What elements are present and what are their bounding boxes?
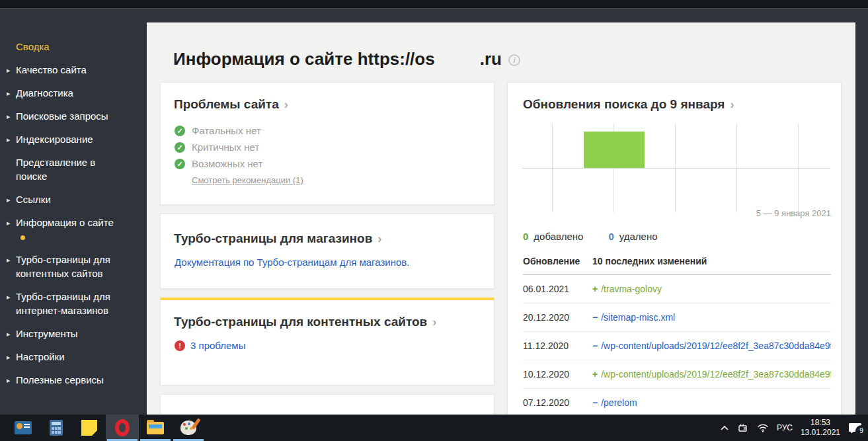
sidebar-item-site-info[interactable]: ▸Информация о сайте [0, 216, 120, 243]
row-change-link[interactable]: +/wp-content/uploads/2019/12/ee8f2f_3ea8… [592, 369, 831, 380]
sidebar-item-settings[interactable]: ▸Настройки [0, 350, 120, 364]
card-title-text: Турбо-страницы для магазинов [174, 231, 372, 245]
status-label: Критичных нет [192, 141, 259, 153]
row-path: /wp-content/uploads/2019/12/ee8f2f_3ea87… [601, 369, 831, 380]
status-possible: ✓Возможных нет [175, 155, 262, 172]
added-label: добавлено [533, 231, 583, 242]
sidebar-item-label: Турбо-страницы для интернет-магазинов [16, 291, 110, 316]
table-row: 20.12.2020 −/sitemap-misc.xml [523, 303, 831, 332]
row-change-link[interactable]: −/sitemap-misc.xml [592, 312, 675, 323]
language-indicator[interactable]: РУС [777, 423, 793, 432]
table-row: 07.12.2020 −/perelom [523, 389, 831, 415]
turbo-content-card: Турбо-страницы для контентных сайтов› ! … [160, 298, 494, 385]
check-circle-icon: ✓ [175, 142, 185, 153]
minus-icon: − [592, 341, 598, 351]
sidebar-item-links[interactable]: ▸Ссылки [0, 192, 120, 206]
chevron-right-icon: › [432, 315, 436, 329]
row-change-link[interactable]: +/travma-golovy [592, 284, 662, 294]
taskbar: РУС 18:53 13.01.2021 9 [0, 415, 868, 441]
table-row: 10.12.2020 +/wp-content/uploads/2019/12/… [523, 360, 831, 389]
sidebar-item-search-appearance[interactable]: Представление в поиске [0, 155, 120, 183]
chart-baseline [522, 168, 830, 169]
sidebar-item-turbo-shops[interactable]: ▸Турбо-страницы для интернет-магазинов [0, 290, 120, 317]
turbo-problems-link[interactable]: 3 проблемы [190, 340, 245, 351]
site-url-suffix: .ru [480, 49, 502, 69]
sidebar-item-search-queries[interactable]: ▸Поисковые запросы [0, 109, 120, 123]
clock-time: 18:53 [801, 418, 840, 428]
problem-status-list: ✓Фатальных нет ✓Критичных нет ✓Возможных… [175, 122, 262, 172]
sidebar-item-indexing[interactable]: ▸Индексирование [0, 132, 120, 146]
expand-arrow-icon: ▸ [7, 290, 11, 304]
action-center-icon[interactable]: 9 [848, 422, 863, 434]
status-critical: ✓Критичных нет [175, 139, 262, 155]
recommendations-link[interactable]: Смотреть рекомендации (1) [192, 175, 303, 185]
sidebar-item-label: Представление в поиске [16, 157, 95, 182]
turbo-content-title[interactable]: Турбо-страницы для контентных сайтов› [174, 315, 436, 329]
taskbar-sticky-notes[interactable] [73, 415, 106, 441]
taskbar-calculator[interactable] [40, 415, 73, 441]
opera-browser-icon [115, 419, 130, 436]
row-path: /perelom [601, 397, 637, 408]
browser-top-strip [0, 0, 868, 22]
sidebar-item-summary[interactable]: Сводка [0, 40, 120, 54]
sidebar-item-label: Качество сайта [16, 64, 87, 75]
search-updates-title[interactable]: Обновления поиска до 9 января› [523, 97, 734, 112]
row-date: 11.12.2020 [523, 341, 592, 351]
hidden-icons-chevron-icon[interactable] [720, 425, 729, 431]
turbo-docs-link[interactable]: Документация по Турбо-страницам для мага… [175, 257, 409, 268]
expand-arrow-icon: ▸ [7, 110, 11, 124]
window-right-strip [855, 22, 868, 415]
card-title-text: Обновления поиска до 9 января [523, 97, 725, 111]
page-title-text: Информация о сайте [173, 49, 352, 69]
sidebar-item-label: Индексирование [16, 134, 93, 145]
main-content: Информация о сайте https://os.rui Пробле… [147, 22, 855, 415]
card-title-text: Проблемы сайта [174, 97, 279, 111]
plus-icon: + [592, 369, 598, 380]
row-path: /wp-content/uploads/2019/12/ee8f2f_3ea87… [601, 341, 831, 351]
sidebar-item-turbo-content[interactable]: ▸Турбо-страницы для контентных сайтов [0, 253, 120, 280]
sidebar-item-tools[interactable]: ▸Инструменты [0, 327, 120, 341]
screen: Сводка ▸Качество сайта ▸Диагностика ▸Пои… [0, 0, 868, 441]
system-tray: РУС 18:53 13.01.2021 9 [720, 415, 863, 441]
turbo-shops-card: Турбо-страницы для магазинов› Документац… [160, 214, 494, 289]
taskbar-presentation-app[interactable] [7, 415, 40, 441]
info-icon[interactable]: i [508, 54, 520, 66]
search-updates-card: Обновления поиска до 9 января› 5 — 9 янв… [507, 82, 842, 415]
updates-bar-chart [522, 119, 830, 215]
notification-dot [20, 235, 25, 240]
minus-icon: − [592, 397, 598, 408]
table-row: 06.01.2021 +/travma-golovy [523, 275, 831, 303]
sidebar-item-label: Поисковые запросы [16, 110, 108, 122]
presentation-app-icon [15, 421, 32, 434]
paint-icon [180, 421, 196, 435]
wifi-icon[interactable] [757, 424, 769, 432]
check-circle-icon: ✓ [175, 159, 185, 169]
row-change-link[interactable]: −/wp-content/uploads/2019/12/ee8f2f_3ea8… [592, 341, 831, 351]
taskbar-clock[interactable]: 18:53 13.01.2021 [801, 418, 840, 438]
taskbar-paint[interactable] [172, 415, 205, 441]
table-row: 11.12.2020 −/wp-content/uploads/2019/12/… [523, 332, 831, 360]
sidebar-item-label: Сводка [16, 41, 50, 52]
status-label: Возможных нет [192, 158, 262, 169]
updates-table-header: Обновление 10 последних изменений [523, 256, 831, 275]
card-title-text: Турбо-страницы для контентных сайтов [174, 315, 427, 329]
row-change-link[interactable]: −/perelom [592, 397, 637, 408]
taskbar-file-explorer[interactable] [139, 415, 172, 441]
taskbar-opera[interactable] [106, 415, 139, 441]
sidebar-item-useful-services[interactable]: ▸Полезные сервисы [0, 373, 120, 387]
sidebar-item-diagnostics[interactable]: ▸Диагностика [0, 86, 120, 100]
sidebar-item-label: Информация о сайте [16, 217, 114, 228]
status-label: Фатальных нет [192, 125, 261, 136]
expand-arrow-icon: ▸ [7, 193, 11, 207]
site-problems-title[interactable]: Проблемы сайта› [174, 97, 288, 112]
turbo-shops-title[interactable]: Турбо-страницы для магазинов› [174, 231, 381, 246]
taskbar-apps [7, 415, 205, 441]
clock-date: 13.01.2021 [801, 428, 840, 438]
power-plug-icon[interactable] [737, 424, 749, 432]
sidebar-item-site-quality[interactable]: ▸Качество сайта [0, 63, 120, 77]
row-date: 06.01.2021 [523, 284, 592, 294]
removed-label: удалено [619, 231, 658, 242]
window-title-strip [0, 0, 868, 9]
sidebar-item-label: Ссылки [16, 194, 51, 205]
check-circle-icon: ✓ [175, 126, 185, 136]
